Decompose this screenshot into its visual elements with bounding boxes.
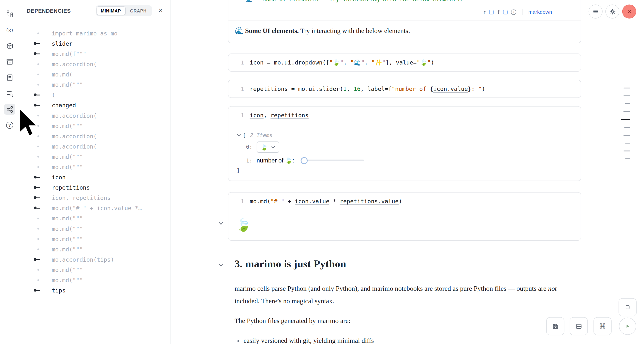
square-icon <box>624 304 631 310</box>
keyboard-shortcuts-button[interactable]: ⌘ <box>594 317 612 335</box>
minimap-dash[interactable] <box>624 88 630 88</box>
minimap-row[interactable]: mo.accordion( <box>19 59 170 69</box>
menu-button[interactable] <box>589 5 602 19</box>
minimap-row[interactable]: slider <box>19 38 170 49</box>
minimap-row-label: mo.accordion(tips) <box>52 256 114 263</box>
minimap-row[interactable]: mo.md( <box>19 69 170 79</box>
minimap-row[interactable]: mo.md(""" <box>19 244 170 254</box>
minimap-row-label: mo.md(""" <box>52 266 83 273</box>
slider-thumb[interactable] <box>301 157 308 164</box>
paragraph-2: The Python files generated by marimo are… <box>234 315 566 327</box>
r-checkbox[interactable] <box>489 10 494 15</box>
settings-button[interactable] <box>606 5 619 19</box>
minimap-row[interactable]: mo.md(""" <box>19 162 170 172</box>
dependencies-panel: DEPENDENCIES MINIMAP GRAPH × import mari… <box>19 0 170 344</box>
node-marker-icon <box>33 145 44 147</box>
minimap-row[interactable]: mo.md(""" <box>19 79 170 90</box>
minimap-row[interactable]: mo.accordion( <box>19 131 170 141</box>
node-marker-icon <box>33 63 44 65</box>
minimap-row[interactable]: mo.md(""" <box>19 275 170 285</box>
dependency-graph-icon[interactable] <box>4 104 15 115</box>
code-editor[interactable]: 1 icon = mo.ui.dropdown(["🍃", "🌊", "✨"],… <box>228 54 581 71</box>
output-rest-text: Try interacting with the below elements. <box>299 27 410 35</box>
node-marker-icon <box>33 248 44 250</box>
node-marker-icon <box>33 207 44 209</box>
item-index: 0: <box>246 144 252 150</box>
slider-track[interactable] <box>304 159 364 161</box>
tab-graph[interactable]: GRAPH <box>126 6 151 15</box>
package-icon[interactable] <box>4 40 15 51</box>
gear-icon <box>609 8 616 15</box>
variables-icon[interactable]: (x) <box>4 24 15 35</box>
output-emoji: 🌊 <box>235 27 245 35</box>
code-editor[interactable]: 1 icon, repetitions <box>228 106 581 124</box>
minimap-row[interactable]: mo.md("# " + icon.value *… <box>19 203 170 213</box>
bullet-item: easily versioned with git, yielding mini… <box>244 334 566 344</box>
run-button[interactable] <box>619 318 636 335</box>
close-panel-icon[interactable]: × <box>156 6 165 15</box>
minimap-row[interactable]: mo.md(""" <box>19 151 170 162</box>
save-button[interactable] <box>546 317 564 335</box>
minimap-row[interactable]: mo.accordion( <box>19 110 170 120</box>
minimap-row[interactable]: tips <box>19 285 170 295</box>
minimap-row[interactable]: mo.md(""" <box>19 265 170 275</box>
minimap-row[interactable]: import marimo as mo <box>19 28 170 38</box>
minimap-row-label: mo.md(""" <box>52 153 83 160</box>
slider-label: number of 🍃: <box>256 157 296 164</box>
minimap-row-label: mo.md(""" <box>52 215 83 222</box>
panel-title: DEPENDENCIES <box>26 8 71 14</box>
info-icon[interactable]: i <box>511 9 516 15</box>
section-heading: 3. marimo is just Python <box>234 258 566 270</box>
markdown-editor[interactable]: "🌊 **Some UI elements.** Try interacting… <box>228 0 581 3</box>
paragraph-1-text: marimo cells parse Python (and only Pyth… <box>234 285 548 292</box>
minimap-dash[interactable] <box>621 119 630 120</box>
minimap-row[interactable]: repetitions <box>19 182 170 193</box>
help-icon[interactable]: ? <box>4 120 15 131</box>
minimap-dash[interactable] <box>624 111 630 112</box>
dropdown-select[interactable]: 🍃 <box>256 141 279 152</box>
minimap-row[interactable]: mo.md(""" <box>19 223 170 234</box>
minimap-dash[interactable] <box>624 150 630 151</box>
documentation-icon[interactable] <box>4 72 15 83</box>
variables-glyph: (x) <box>6 27 14 32</box>
minimap-dash[interactable] <box>624 135 630 136</box>
collapse-output-chevron-icon[interactable] <box>218 220 224 226</box>
minimap-dash[interactable] <box>625 143 630 143</box>
minimap-row[interactable]: ( <box>19 90 170 100</box>
minimap-row[interactable]: mo.accordion( <box>19 141 170 151</box>
minimap-dash[interactable] <box>624 96 630 96</box>
node-marker-icon <box>33 289 44 292</box>
minimap-row[interactable]: mo.accordion(tips) <box>19 254 170 265</box>
minimap-row-label: mo.md(""" <box>52 122 83 129</box>
node-marker-icon <box>33 228 44 229</box>
collapse-chevron-icon[interactable] <box>236 133 241 137</box>
node-marker-icon <box>33 196 44 199</box>
close-icon <box>626 9 632 15</box>
minimap-dash[interactable] <box>625 158 630 159</box>
f-checkbox[interactable] <box>503 10 508 15</box>
tab-minimap[interactable]: MINIMAP <box>96 6 126 15</box>
code-editor[interactable]: 1 repetitions = mo.ui.slider(1, 16, labe… <box>228 80 581 97</box>
node-marker-icon <box>33 166 44 167</box>
cell-footer: r f i markdown <box>228 3 581 21</box>
box-icon[interactable] <box>4 56 15 67</box>
close-bracket: ] <box>236 167 574 174</box>
code-editor[interactable]: 1 mo.md("# " + icon.value * repetitions.… <box>228 193 581 210</box>
shutdown-button[interactable] <box>622 5 636 19</box>
minimap-dash[interactable] <box>625 103 630 104</box>
minimap-row[interactable]: mo.md(""" <box>19 234 170 244</box>
file-tree-icon[interactable] <box>4 8 15 19</box>
minimap-dash[interactable] <box>624 127 630 128</box>
minimap-row[interactable]: icon <box>19 172 170 182</box>
logs-icon[interactable] <box>4 88 15 99</box>
minimap-row[interactable]: mo.md(""" <box>19 120 170 131</box>
minimap-row[interactable]: mo.md(f""" <box>19 49 170 59</box>
minimap-row[interactable]: icon, repetitions <box>19 193 170 203</box>
panel-toggle-button[interactable] <box>619 298 637 316</box>
minimap-row-label: mo.md("# " + icon.value *… <box>52 205 142 211</box>
minimap-row[interactable]: mo.md(""" <box>19 213 170 223</box>
layout-button[interactable] <box>570 317 588 335</box>
collapse-section-chevron-icon[interactable] <box>218 262 224 268</box>
minimap-row[interactable]: changed <box>19 100 170 110</box>
language-link[interactable]: markdown <box>528 9 552 15</box>
